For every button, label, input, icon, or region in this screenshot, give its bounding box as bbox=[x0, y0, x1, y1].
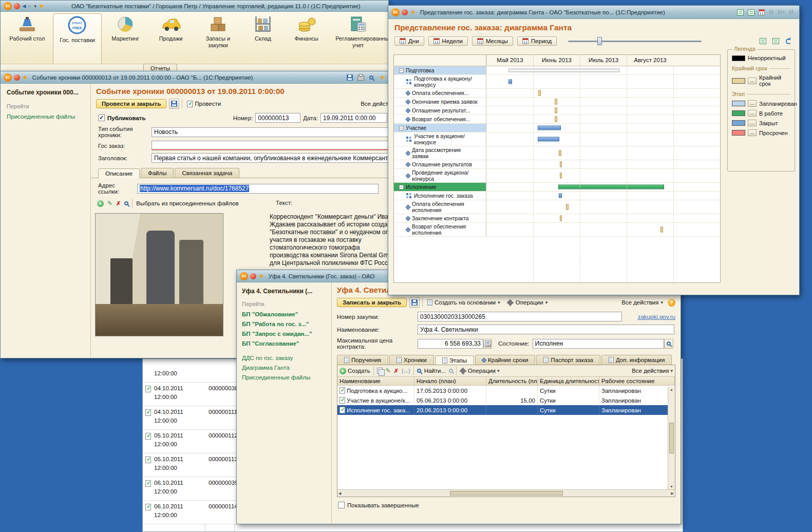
gantt-milestone-row[interactable]: Оглашение результат... bbox=[394, 106, 720, 115]
all-actions-button[interactable]: Все действия▾ bbox=[632, 368, 673, 374]
add-image-button[interactable]: + bbox=[97, 200, 104, 207]
gantt-milestone-row[interactable]: Оглашение результатов bbox=[394, 160, 720, 169]
gantt-bar[interactable] bbox=[560, 216, 562, 221]
column-header-duration[interactable]: Длительность (план) bbox=[486, 377, 538, 385]
gantt-bar[interactable] bbox=[558, 185, 664, 189]
sidebar-link-dds[interactable]: ДДС по гос. заказу bbox=[242, 355, 326, 361]
gantt-task-row[interactable]: Исполнение гос. заказа bbox=[394, 192, 720, 200]
gantt-bar[interactable] bbox=[566, 204, 569, 210]
print-icon[interactable] bbox=[356, 73, 365, 82]
gantt-bar[interactable] bbox=[560, 173, 562, 179]
post-button[interactable]: Провести bbox=[185, 100, 223, 108]
gantt-milestone-row[interactable]: Возврат обеспечения... bbox=[394, 115, 720, 124]
chart-settings2-icon[interactable] bbox=[771, 37, 780, 45]
gantt-milestone-row[interactable]: Заключение контракта bbox=[394, 214, 720, 223]
edit-image-button[interactable]: ✎ bbox=[107, 200, 112, 206]
collapse-icon[interactable]: − bbox=[399, 185, 404, 189]
tab-stages[interactable]: Этапы bbox=[435, 355, 474, 365]
sidebar-link-bp-approval[interactable]: БП "Согласование" bbox=[242, 340, 326, 347]
planned-color-button[interactable]: ... bbox=[748, 100, 757, 107]
gantt-milestone-row[interactable]: Оплата обеспечения... bbox=[394, 89, 720, 98]
section-finance[interactable]: Финансы bbox=[284, 13, 329, 64]
tab-deadlines[interactable]: Крайние сроки bbox=[475, 355, 535, 365]
operations-button[interactable]: Операции▾ bbox=[460, 368, 499, 374]
window-menu-icon[interactable] bbox=[402, 9, 408, 15]
closed-color-button[interactable]: ... bbox=[748, 120, 757, 126]
favorites-star-icon[interactable]: ★ bbox=[22, 74, 28, 81]
gantt-group-participation[interactable]: −Участие bbox=[394, 124, 720, 132]
price-input[interactable]: 6 558 693,33 bbox=[418, 339, 483, 349]
export-table-icon[interactable] bbox=[736, 8, 745, 16]
scroll-up-icon[interactable]: ▲ bbox=[670, 388, 673, 391]
gantt-bar[interactable] bbox=[560, 162, 562, 167]
back-button[interactable]: ◀ bbox=[22, 3, 26, 9]
copy-button[interactable] bbox=[377, 368, 383, 374]
weeks-button[interactable]: Недели bbox=[428, 36, 468, 46]
gantt-bar[interactable] bbox=[508, 69, 619, 72]
window-menu-icon[interactable] bbox=[14, 74, 20, 81]
inwork-color-button[interactable]: ... bbox=[748, 110, 757, 117]
scrollbar-thumb[interactable] bbox=[450, 491, 563, 496]
section-marketing[interactable]: Маркетинг bbox=[103, 13, 148, 64]
find-button[interactable]: Найти... bbox=[424, 368, 446, 374]
deadline-color-button[interactable]: ... bbox=[748, 78, 757, 84]
collapse-icon[interactable]: − bbox=[399, 68, 404, 73]
tab-description[interactable]: Описание bbox=[98, 168, 140, 178]
preview-icon[interactable] bbox=[367, 73, 376, 82]
chart-settings-icon[interactable] bbox=[759, 37, 767, 45]
gantt-bar[interactable] bbox=[555, 108, 557, 113]
scroll-down-icon[interactable]: ▼ bbox=[670, 485, 673, 488]
section-regulated-accounting[interactable]: Регламентированный учет bbox=[330, 13, 386, 64]
tab-chronicles[interactable]: Хроники bbox=[389, 355, 434, 365]
set-interval-button[interactable]: (↔) bbox=[402, 368, 410, 374]
calendar-icon[interactable] bbox=[758, 8, 766, 16]
window-menu-icon[interactable] bbox=[250, 273, 256, 279]
gantt-bar[interactable] bbox=[559, 150, 561, 156]
gantt-milestone-row[interactable]: Проведение аукциона/конкурса bbox=[394, 169, 720, 183]
overdue-color-button[interactable]: ... bbox=[748, 129, 757, 136]
state-find-button[interactable] bbox=[664, 339, 673, 349]
gantt-task-row[interactable]: Участие в аукционе/конкурсе bbox=[394, 132, 720, 146]
save-button[interactable] bbox=[169, 99, 179, 109]
save-and-close-button[interactable]: Записать и закрыть bbox=[337, 298, 407, 307]
tab-files[interactable]: Файлы bbox=[141, 168, 174, 178]
memory-plus-button[interactable]: M+ bbox=[777, 9, 786, 15]
tab-extra-info[interactable]: Доп. информация bbox=[601, 355, 672, 365]
zakupki-link[interactable]: zakupki.gov.ru bbox=[638, 314, 675, 320]
sidebar-link-attachments[interactable]: Присоединенные файлы bbox=[7, 113, 84, 120]
gantt-milestone-row[interactable]: Окончание приема заявок bbox=[394, 98, 720, 106]
section-gov-supplies[interactable]: ОТКАТFREE Гос. поставки bbox=[53, 13, 102, 64]
history-dropdown-icon[interactable]: ▾ bbox=[34, 4, 36, 9]
operations-button[interactable]: Операции▾ bbox=[505, 298, 550, 307]
price-calculator-button[interactable] bbox=[483, 339, 492, 349]
gantt-task-row[interactable]: Подготовка к аукциону/конкурсу bbox=[394, 75, 720, 89]
main-window-titlebar[interactable]: 1С ◀ ▶ ▾ ★ ОАО "Безоткатные поставки" / … bbox=[1, 1, 388, 12]
all-actions-button[interactable]: Все действия▾ bbox=[619, 298, 665, 307]
favorites-star-icon[interactable]: ★ bbox=[410, 9, 416, 15]
slider-thumb[interactable] bbox=[597, 37, 602, 45]
favorites-star-icon[interactable]: ★ bbox=[39, 3, 45, 9]
refresh-icon[interactable] bbox=[784, 37, 793, 45]
section-sales[interactable]: Продажи bbox=[149, 13, 193, 64]
gantt-bar[interactable] bbox=[538, 126, 561, 130]
memory-minus-button[interactable]: M- bbox=[788, 9, 796, 15]
tab-assignments[interactable]: Поручения bbox=[337, 355, 388, 365]
save-button[interactable] bbox=[409, 297, 420, 308]
gantt-bar[interactable] bbox=[538, 137, 559, 142]
create-based-on-button[interactable]: Создать на основании▾ bbox=[425, 298, 502, 307]
post-and-close-button[interactable]: Провести и закрыть bbox=[96, 99, 166, 108]
gantt-group-execution[interactable]: −Исполнение bbox=[394, 183, 720, 192]
url-input[interactable]: http://www.kommersant.ru/doc/1768527 bbox=[137, 184, 379, 194]
period-button[interactable]: Период bbox=[517, 36, 557, 46]
publish-checkbox[interactable]: ✓ bbox=[98, 115, 105, 121]
add-favorite-icon[interactable]: ★ bbox=[378, 73, 387, 82]
column-header-unit[interactable]: Единица длительности bbox=[538, 377, 599, 385]
help-button[interactable]: ? bbox=[668, 299, 675, 307]
delete-image-button[interactable]: ✗ bbox=[116, 201, 121, 206]
find-icon[interactable] bbox=[417, 369, 421, 373]
number-input[interactable]: 000000013 bbox=[255, 113, 300, 123]
tab-linked-task[interactable]: Связанная задача bbox=[175, 168, 239, 178]
table-row[interactable]: Подготовка к аукцио... 17.05.2013 0:00:0… bbox=[337, 386, 675, 395]
gantt-milestone-row[interactable]: Возврат обеспечения исполнения bbox=[394, 223, 720, 237]
save-icon[interactable] bbox=[346, 73, 354, 82]
